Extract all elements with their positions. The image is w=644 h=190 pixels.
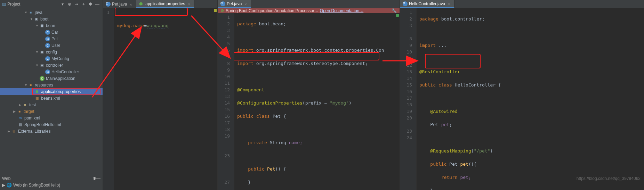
gutter: 1 xyxy=(103,8,114,190)
tree-node-config[interactable]: ▼▣config xyxy=(0,49,103,55)
banner-text: Spring Boot Configuration Annotation Pro… xyxy=(226,8,319,13)
editor-tabs-2: CPet.java× xyxy=(218,0,400,8)
web-tool-title: Web xyxy=(2,176,10,181)
dropdown-icon[interactable]: ▾ xyxy=(59,1,66,7)
marker-icon xyxy=(214,9,217,12)
tree-node-beansxml[interactable]: ▦beans.xml xyxy=(0,95,103,101)
project-tree: ▼■java ▼▣boot ▼▣bean CCar CPet CUser ▼▣c… xyxy=(0,8,103,175)
tree-node-appprops[interactable]: ⬢application.properties xyxy=(0,88,103,95)
editor-col-controller: CHelloController.java× 1 2 3 8 9 10 11 1… xyxy=(400,0,644,190)
editor-area: CPet.java× ⬢application.properties× 1 my… xyxy=(103,0,644,190)
code-content[interactable]: package package boot.bean;boot.bean; imp… xyxy=(234,13,400,190)
tree-node-hellocontroller[interactable]: CHelloController xyxy=(0,68,103,75)
editor-tabs-1: CPet.java× ⬢application.properties× xyxy=(103,0,217,8)
scope-icon[interactable]: ⊕ xyxy=(66,1,73,7)
tab-hellocontroller[interactable]: CHelloController.java× xyxy=(400,0,454,8)
code-content[interactable]: mydog.name=wangwang xyxy=(114,8,217,190)
web-hide-icon[interactable]: — xyxy=(96,176,100,181)
project-tool-header: ▤ Project ▾ ⊕ ⇥ ⌖ ✱ — xyxy=(0,0,103,8)
tree-node-boot[interactable]: ▼▣boot xyxy=(0,16,103,22)
watermark: https://blog.csdn.net/qq_39794062 xyxy=(577,176,641,181)
globe-icon: 🌐 xyxy=(7,183,12,188)
tree-node-resources[interactable]: ▼■resources xyxy=(0,82,103,88)
code-content[interactable]: package boot.controller; import ... @Res… xyxy=(417,8,644,190)
close-icon[interactable]: × xyxy=(244,2,248,6)
tree-node-user[interactable]: CUser xyxy=(0,42,103,49)
project-title: Project xyxy=(7,2,59,7)
banner-link[interactable]: Open Documentation… xyxy=(320,8,363,13)
tree-node-pet[interactable]: CPet xyxy=(0,35,103,42)
tab-app-properties[interactable]: ⬢application.properties× xyxy=(136,0,194,8)
tree-node-java[interactable]: ▼■java xyxy=(0,9,103,16)
wrench-icon[interactable]: 🔧 xyxy=(392,8,397,13)
close-icon[interactable]: × xyxy=(188,2,191,6)
code-editor-properties[interactable]: 1 mydog.name=wangwang xyxy=(103,8,217,190)
tree-node-myconfig[interactable]: CMyConfig xyxy=(0,55,103,62)
editor-tabs-3: CHelloController.java× xyxy=(400,0,644,8)
spring-icon: ⚙ xyxy=(220,8,224,13)
locate-icon[interactable]: ⌖ xyxy=(80,1,87,7)
project-sidebar: ▤ Project ▾ ⊕ ⇥ ⌖ ✱ — ▼■java ▼▣boot ▼▣be… xyxy=(0,0,103,190)
collapse-icon[interactable]: ⇥ xyxy=(73,1,80,7)
settings-icon[interactable]: ✱ xyxy=(87,1,94,7)
folder-icon: ▤ xyxy=(2,2,6,7)
tree-node-target[interactable]: ▶■target xyxy=(0,108,103,115)
web-tool-window: Web ✱ — ▶ 🌐 Web (in SpringBootHello) xyxy=(0,175,103,190)
web-project-label[interactable]: Web (in SpringBootHello) xyxy=(13,183,60,188)
gutter: 1 2 3 4 5 6 7 8 9 10 11 12 13 14 15 16 1… xyxy=(218,13,234,190)
tree-node-bean[interactable]: ▼▣bean xyxy=(0,22,103,29)
marker-ok-icon xyxy=(396,14,399,17)
spring-banner: ⚙ Spring Boot Configuration Annotation P… xyxy=(218,8,400,13)
tree-node-iml[interactable]: ▤SpringBootHello.iml xyxy=(0,121,103,128)
hide-icon[interactable]: — xyxy=(94,1,100,7)
editor-col-pet: CPet.java× ⚙ Spring Boot Configuration A… xyxy=(218,0,400,190)
code-editor-controller[interactable]: 1 2 3 8 9 10 11 12 13 14 15 16 17 18 19 … xyxy=(400,8,644,190)
tab-pet-java-2[interactable]: CPet.java× xyxy=(218,0,251,8)
web-settings-icon[interactable]: ✱ xyxy=(93,176,96,181)
code-editor-pet[interactable]: 1 2 3 4 5 6 7 8 9 10 11 12 13 14 15 16 1… xyxy=(218,13,400,190)
tree-node-test[interactable]: ▶■test xyxy=(0,101,103,108)
tab-pet-java-1[interactable]: CPet.java× xyxy=(103,0,136,8)
tree-node-pom[interactable]: mpom.xml xyxy=(0,115,103,121)
close-icon[interactable]: × xyxy=(130,2,133,6)
close-icon[interactable]: × xyxy=(448,2,451,6)
tree-node-car[interactable]: CCar xyxy=(0,29,103,35)
tree-node-extlib[interactable]: ▶⊞External Libraries xyxy=(0,128,103,134)
editor-col-properties: CPet.java× ⬢application.properties× 1 my… xyxy=(103,0,218,190)
gutter: 1 2 3 8 9 10 11 12 13 14 15 16 17 18 19 … xyxy=(400,8,417,190)
tree-node-controller[interactable]: ▼▣controller xyxy=(0,62,103,68)
tree-node-mainapp[interactable]: CMainApplication xyxy=(0,75,103,82)
